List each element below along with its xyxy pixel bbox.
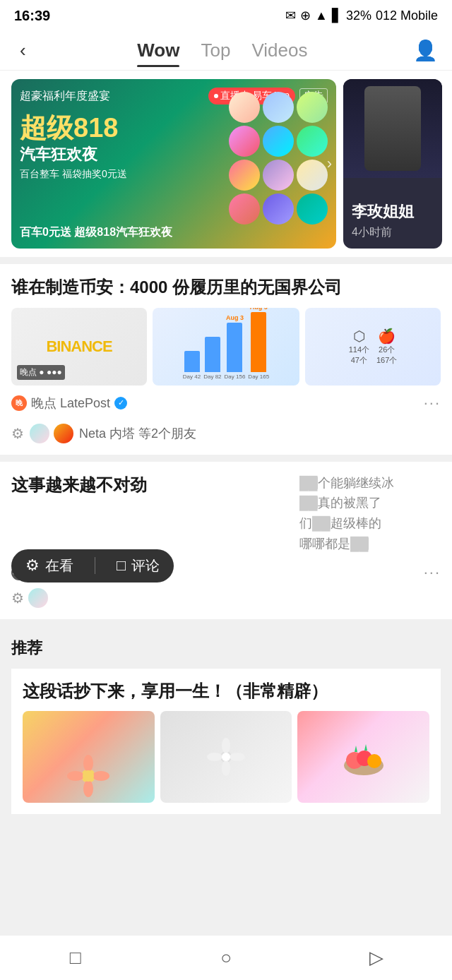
banner-bottom-text: 百车0元送 超级818汽车狂欢夜 [20,225,172,240]
battery-text: 32% [346,8,371,23]
bar-3 [227,323,242,372]
banner-big-text: 超级818 汽车狂欢夜 百台整车 福袋抽奖0元送 [20,114,127,181]
source-logo: 晚 [11,395,27,411]
face-10 [229,193,260,225]
article2-gear-icon: ⚙ [11,590,24,606]
friend-avatars-row [30,424,73,443]
tab-top[interactable]: Top [201,37,230,64]
bar-2 [205,337,220,372]
tab-wow[interactable]: Wow [137,37,179,64]
source-name: 晚点 LatePost [31,395,110,412]
banner-main[interactable]: 超豪福利年度盛宴 直播中 易车App 广告 超级818 汽车狂欢夜 百台整车 福… [11,79,336,249]
face-11 [263,193,294,225]
svg-point-2 [83,780,93,797]
svg-point-10 [230,753,245,761]
svg-marker-17 [364,744,367,751]
face-7 [229,160,260,191]
nav-tabs: Wow Top Videos [137,37,307,64]
article2-more-button[interactable]: ··· [424,563,441,582]
article1-meta: 晚 晚点 LatePost ✓ ··· [11,394,441,412]
article3-images [23,711,429,803]
circle-icon: ○ [220,947,232,969]
friend-names: Neta 内塔 等2个朋友 [79,425,196,442]
article2-friend-avatar [28,588,48,608]
tab-videos[interactable]: Videos [251,37,307,64]
article1-image-chart: Day 42 Day 82 Aug 3 Day 156 Aug 5 Day 16… [153,308,299,386]
svg-point-11 [222,753,230,761]
article2-left: 这事越来越不对劲 [11,473,291,554]
banner-line1: 超级818 [20,114,127,141]
back-button[interactable]: ‹ [14,34,32,67]
verified-badge: ✓ [114,397,127,410]
gear-icon: ⚙ [11,425,24,442]
action-popup: ⚙ 在看 □ 评论 [11,549,174,582]
banner-slogan: 超豪福利年度盛宴 [20,89,110,104]
banner-side-time: 4小时前 [352,225,434,240]
crypto-stats: ⬡ 114个 47个 🍎 26个 167个 [349,328,398,366]
banner-side-bg [343,79,442,178]
article2-title: 这事越来越不对劲 [11,473,291,497]
article2-friends-row: ⚙ [11,588,441,608]
article2-right: ██个能躺继续冰 ██真的被黑了 们██超级棒的 哪哪都是██ [299,473,441,554]
faces-grid [223,86,333,230]
face-4 [229,126,260,157]
nav-recent-button[interactable]: ▷ [348,943,405,974]
banner-line3: 百台整车 福袋抽奖0元送 [20,168,127,181]
article2-section[interactable]: 这事越来越不对劲 ██个能躺继续冰 ██真的被黑了 们██超级棒的 哪哪都是██… [0,462,452,619]
mail-icon: ✉ [285,8,296,23]
bar-day82: Day 82 [203,335,221,380]
svg-marker-16 [355,746,357,752]
banner-line2: 汽车狂欢夜 [20,144,127,165]
status-time: 16:39 [14,8,50,24]
svg-point-1 [83,755,93,772]
bar-4 [251,312,266,372]
svg-point-8 [222,760,230,776]
face-2 [263,92,294,123]
article1-more-button[interactable]: ··· [424,394,441,412]
article1-section[interactable]: 谁在制造币安：4000 份履历里的无国界公司 BINANCE 晚点 ● ●●● … [0,264,452,455]
face-6 [297,126,328,157]
recommend-label: 推荐 [11,638,441,659]
flower-white-svg [205,736,247,778]
action-divider [95,557,95,574]
svg-point-15 [367,754,381,768]
friend-avatar-2 [54,424,73,443]
flower-yellow-svg [67,755,109,797]
comment-icon: □ [117,556,126,575]
bar-day42: Day 42 [183,349,201,380]
face-5 [263,126,294,157]
bar-day165: Aug 5 Day 165 [248,308,269,380]
face-12 [297,193,328,225]
banner-arrow-icon: › [327,155,332,173]
comment-label: 评论 [131,556,160,575]
watch-label: 在看 [45,556,73,575]
banner-side[interactable]: 李玫姐姐 4小时前 [343,79,442,249]
banner-side-person [364,86,421,171]
fruits-svg [339,736,388,778]
article1-image-binance: BINANCE 晚点 ● ●●● [11,308,147,386]
banner-side-title: 李玫姐姐 [352,202,434,222]
nav-back-button[interactable]: □ [47,943,104,974]
article1-source: 晚 晚点 LatePost ✓ [11,395,127,412]
article2-layout: 这事越来越不对劲 ██个能躺继续冰 ██真的被黑了 们██超级棒的 哪哪都是██ [11,473,441,554]
face-1 [229,92,260,123]
article3-card[interactable]: 这段话抄下来，享用一生！（非常精辟） [11,669,441,814]
signal-icon: ▋ [332,8,342,23]
facebook-icon: ⊕ [300,8,311,23]
comment-button[interactable]: □ 评论 [117,556,160,575]
article3-image-2 [160,711,292,803]
user-profile-button[interactable]: 👤 [413,39,438,62]
bar-1 [184,351,200,372]
live-dot [214,94,218,98]
svg-point-4 [93,771,109,781]
wifi-icon: ▲ [315,8,328,23]
article3-image-1 [23,711,155,803]
article3-image-3 [297,711,429,803]
friend-avatar-1 [30,424,49,443]
svg-point-3 [67,771,84,781]
triangle-icon: ▷ [369,947,383,969]
nav-home-button[interactable]: ○ [198,943,254,974]
status-icons: ✉ ⊕ ▲ ▋ 32% 012 Mobile [285,8,438,23]
watch-button[interactable]: ⚙ 在看 [25,556,73,575]
status-bar: 16:39 ✉ ⊕ ▲ ▋ 32% 012 Mobile [0,0,452,31]
